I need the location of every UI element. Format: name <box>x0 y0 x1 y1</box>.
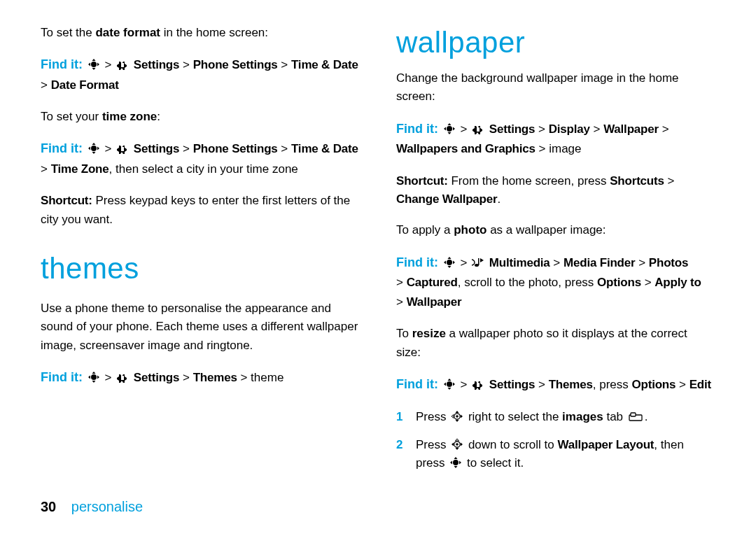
text: . <box>645 410 648 423</box>
path: Shortcuts <box>610 174 664 188</box>
path: Settings <box>134 142 179 155</box>
text-bold: resize <box>412 327 446 340</box>
wallpaper-heading: wallpaper <box>396 20 714 65</box>
nav-down-icon <box>451 438 463 451</box>
settings-icon <box>472 122 484 135</box>
path: Captured <box>407 276 458 289</box>
step-text: Press down to scroll to Wallpaper Layout… <box>416 436 714 473</box>
text: To set the <box>41 26 95 39</box>
text: Change the background <box>396 71 526 85</box>
findit-timezone: Find it: > Settings > Phone Settings > T… <box>41 139 358 179</box>
text: To <box>396 327 412 340</box>
text: right to select the <box>465 410 562 423</box>
nav-center-icon <box>443 256 456 269</box>
chapter-name: personalise <box>71 499 143 514</box>
page-number: 30 <box>41 499 56 514</box>
path: Display <box>549 122 590 136</box>
step-number: 2 <box>396 436 416 454</box>
path: Phone Settings <box>193 142 278 155</box>
text: , press <box>593 378 632 391</box>
shortcut-label: Shortcut: <box>41 194 92 207</box>
step-text: Press right to select the images tab . <box>416 408 714 426</box>
path: Multimedia <box>489 256 550 269</box>
shortcut-city: Shortcut: Press keypad keys to enter the… <box>41 192 358 229</box>
findit-label: Find it: <box>396 122 438 136</box>
text: tab <box>603 410 626 423</box>
path: Time Zone <box>51 162 109 176</box>
shortcut-label: Shortcut: <box>396 174 448 188</box>
resize-intro: To resize a wallpaper photo so it displa… <box>396 325 714 362</box>
settings-icon <box>116 142 129 155</box>
path: Settings <box>489 122 535 136</box>
settings-icon <box>116 371 129 383</box>
text: Press <box>416 410 449 423</box>
right-column: wallpaper Change the background wallpape… <box>396 24 714 483</box>
left-column: To set the date format in the home scree… <box>41 24 358 483</box>
text-bold: time zone <box>102 110 157 123</box>
path: Media Finder <box>564 256 635 269</box>
path: Wallpaper <box>603 122 659 136</box>
findit-wallpaper: Find it: > Settings > Display > Wallpape… <box>396 119 714 160</box>
text: , then select a city in your time zone <box>109 162 298 176</box>
nav-center-icon <box>88 142 100 155</box>
themes-desc: Use a phone theme to personalise the app… <box>41 299 358 355</box>
path: Options <box>631 378 676 391</box>
path: Phone Settings <box>193 58 278 71</box>
photo-intro: To apply a photo as a wallpaper image: <box>396 221 714 239</box>
nav-right-icon <box>451 410 463 423</box>
nav-center-icon <box>443 378 456 390</box>
text: : <box>157 110 160 123</box>
text: in the home screen: <box>160 26 268 39</box>
text: image <box>549 142 581 155</box>
text: Press <box>416 438 449 451</box>
path: Settings <box>134 371 179 384</box>
text: . <box>497 192 500 206</box>
path: Time & Date <box>291 58 358 71</box>
path: Change Wallpaper <box>396 192 497 206</box>
text: wallpaper <box>526 71 578 85</box>
text: as a wallpaper image: <box>486 223 606 237</box>
path: Wallpaper Layout <box>557 438 654 451</box>
path: Wallpaper <box>407 295 462 309</box>
step-2: 2 Press down to scroll to Wallpaper Layo… <box>396 436 714 473</box>
text: To set your <box>41 110 102 123</box>
text: to select it. <box>463 456 524 470</box>
path: Settings <box>134 58 179 71</box>
date-format-intro: To set the date format in the home scree… <box>41 24 358 42</box>
steps-list: 1 Press right to select the images tab .… <box>396 408 714 473</box>
findit-date-format: Find it: > Settings > Phone Settings > T… <box>41 55 358 95</box>
text: To apply a <box>396 223 454 237</box>
text: theme <box>251 371 284 384</box>
manual-page: To set the date format in the home scree… <box>0 0 756 536</box>
findit-label: Find it: <box>396 255 438 269</box>
path: Options <box>597 276 641 289</box>
findit-label: Find it: <box>396 377 438 391</box>
path: Themes <box>193 371 237 384</box>
nav-center-icon <box>88 58 100 71</box>
nav-center-icon <box>88 371 100 383</box>
path: Edit <box>690 378 711 391</box>
path: Themes <box>549 378 593 391</box>
findit-photo: Find it: > Multimedia > Media Finder > P… <box>396 253 714 313</box>
text: , scroll to the photo, press <box>458 276 597 289</box>
path: Time & Date <box>291 142 358 155</box>
findit-themes: Find it: > Settings > Themes > theme <box>41 367 358 388</box>
path: Settings <box>489 378 535 391</box>
shortcut-wallpaper: Shortcut: From the home screen, press Sh… <box>396 172 714 209</box>
findit-label: Find it: <box>41 141 83 155</box>
text-bold: images <box>562 410 603 423</box>
findit-label: Find it: <box>41 370 83 384</box>
path: Wallpapers and Graphics <box>396 142 536 155</box>
step-number: 1 <box>396 408 416 426</box>
settings-icon <box>472 378 484 390</box>
step-1: 1 Press right to select the images tab . <box>396 408 714 426</box>
path: Date Format <box>51 78 119 92</box>
timezone-intro: To set your time zone: <box>41 108 358 126</box>
text: theme <box>111 302 144 315</box>
findit-resize: Find it: > Settings > Themes, press Opti… <box>396 374 714 395</box>
columns: To set the date format in the home scree… <box>41 24 715 483</box>
text: down to scroll to <box>465 438 557 451</box>
tab-icon <box>628 410 643 423</box>
settings-icon <box>116 58 129 71</box>
nav-center-icon <box>443 122 456 135</box>
